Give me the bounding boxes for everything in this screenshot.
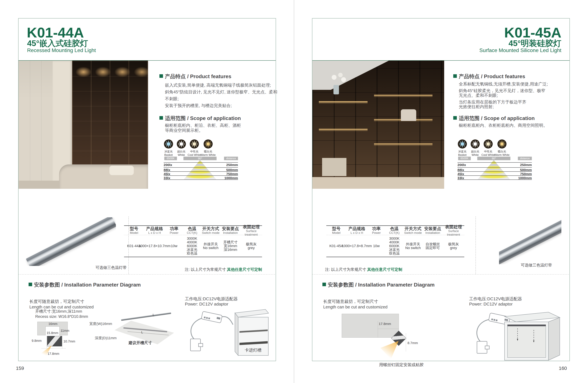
feature-line: 安装于预开的槽里, 与槽边完美贴合;: [165, 102, 279, 109]
beam-distance-chart: 冰蓝光Basket 超白光White 中性光Cool White 暖白光Warm…: [453, 139, 538, 181]
distance-value: 1000mm: [218, 176, 238, 180]
table-divider-dashed: [476, 216, 476, 274]
lux-value: 200lx: [164, 163, 172, 167]
dim-9-8mm: 9.8mm: [32, 339, 42, 343]
distance-value: 750mm: [218, 172, 238, 176]
distance-value: 1000mm: [512, 176, 532, 180]
length-label-top: L: [153, 313, 155, 317]
feature-line: 全系标配无氧铜线,无须开槽,安装便捷,用途广泛;: [459, 82, 572, 86]
dim-16mm: 16mm: [47, 322, 59, 326]
section-separator: [19, 274, 275, 274]
dim-17-8mm: 17.8mm: [48, 352, 59, 356]
spec-table-header-row: 型号Model 产品规格L x D x H 功率Power 色温CCT(K) 开…: [124, 226, 262, 235]
page-title-model: K01-45A: [426, 25, 561, 40]
lux-value: 88lx: [164, 168, 170, 172]
spec-table: 型号Model 产品规格L x D x H 功率Power 色温CCT(K) 开…: [326, 225, 464, 257]
page-subtitle-en: Recessed Mounting Led Light: [27, 48, 96, 53]
photo-led-glow: [319, 101, 368, 104]
page-subtitle-cn: 45°嵌入式硅胶灯: [27, 39, 88, 47]
cabinet-slot-label: 卡进灯槽: [245, 348, 262, 352]
profile-render: [25, 217, 116, 266]
beam-distance-chart: 冰蓝光Basket 超白光White 中性光Cool White 暖白光Warm…: [159, 139, 244, 181]
page-subtitle-cn: 45°明装硅胶灯: [426, 39, 561, 47]
profile-caption: 可选做三色温灯带: [87, 265, 135, 270]
beam-cone: [184, 160, 217, 180]
spec-table: 型号Model 产品规格L x D x H 功率Power 色温CCT(K) 开…: [124, 225, 262, 257]
scope-title: 适用范围 / Scope of application: [165, 115, 241, 122]
cut-note-en: Length can be cut and customized: [323, 305, 387, 309]
light-icon-label: 暖白光Warm White: [493, 150, 511, 157]
product-photo-wardrobe: [19, 61, 148, 189]
features-bullet: [159, 74, 163, 78]
photo-pillow: [109, 166, 134, 175]
photo-led-glow: [374, 143, 433, 146]
power-label-cn: 工作电压:DC12V电源适配器: [469, 296, 522, 302]
distance-value: 250mm: [218, 163, 238, 167]
product-photo-closet: [312, 61, 444, 189]
beam-cone: [477, 160, 510, 180]
spec-table-header-row: 型号Model 产品规格L x D x H 功率Power 色温CCT(K) 开…: [326, 226, 464, 235]
feature-line: 嵌入式安装,简单便捷, 高端无氧铜端子线极简灰铝面处理;: [165, 82, 279, 89]
angle-bar: 90⁰: [184, 157, 217, 160]
scope-bullet: [159, 116, 163, 120]
light-icon-label: 暖白光Warm White: [199, 150, 217, 157]
photo-vase: [334, 85, 339, 94]
features-list: 嵌入式安装,简单便捷, 高端无氧铜端子线极简灰铝面处理; 斜角45°防炫目设计,…: [165, 82, 279, 109]
install-title: 安装参数图 / Installation Parameter Diagram: [34, 281, 141, 288]
page-title-model: K01-44A: [27, 25, 84, 40]
distance-value: 750mm: [512, 172, 532, 176]
recess-cross-section-diagram: 16mm 11mm 15.8mm 9.8mm 10.7mm 17.8mm: [32, 318, 77, 357]
kelvin-bar: 6500K: [458, 157, 471, 160]
light-icon-ice-blue: [458, 139, 467, 149]
profile-caption: 可选做三色温灯带: [512, 263, 561, 268]
screw-mount-label: 用螺丝钉固定安装或粘胶: [379, 362, 424, 367]
lux-value: 200lx: [458, 163, 466, 167]
page-number: 160: [559, 365, 567, 371]
photo-downlights-glow: [72, 65, 148, 85]
photo-bed: [59, 164, 148, 189]
photo-led-glow: [374, 95, 433, 97]
page-subtitle-en: Surface Mounted Silicone Led Light: [426, 48, 561, 53]
light-icon-white: [471, 139, 480, 149]
lux-value: 33lx: [164, 176, 170, 180]
features-list: 全系标配无氧铜线,无须开槽,安装便捷,用途广泛; 斜角45°硅胶柔光，见光不见灯…: [459, 82, 572, 111]
groove-width-label: 宽度(W)16mm: [89, 321, 110, 326]
photo-handbag: [401, 109, 416, 121]
scope-title: 适用范围 / Scope of application: [459, 115, 535, 122]
adapter-cabinet-diagram: [464, 306, 561, 365]
distance-value: 500mm: [218, 168, 238, 172]
photo-boxes: [322, 158, 346, 176]
distance-bar: distance: [224, 157, 238, 160]
photo-floor: [19, 181, 59, 189]
lux-value: 88lx: [458, 168, 464, 172]
power-label-en: Power: DC12V adaptor: [185, 302, 228, 307]
features-bullet: [453, 74, 457, 78]
customization-note: 注: 以上尺寸为常规尺寸 其他任意尺寸可定制: [165, 267, 262, 272]
adapter-cabinet-diagram: 卡进灯槽: [178, 306, 269, 361]
lux-value: 45lx: [164, 172, 170, 176]
light-icon-white: [177, 139, 186, 149]
spec-table-data-row: K01-45A 1000×17.8×8.7mm 10w 3000K 4000K …: [326, 235, 464, 257]
section-separator: [312, 274, 569, 274]
photo-floor: [312, 177, 444, 189]
dim-10-7mm: 10.7mm: [63, 340, 75, 343]
dim-8-7mm: 8.7mm: [407, 341, 418, 345]
scope-bullet: [453, 116, 457, 120]
lux-value: 45lx: [458, 172, 464, 176]
distance-value: 500mm: [512, 168, 532, 172]
distance-bar: distance: [518, 157, 532, 160]
dim-17-8mm: 17.8mm: [379, 322, 391, 326]
features-title: 产品特点 / Product features: [165, 73, 231, 80]
light-icon-cool-white: [483, 139, 493, 149]
power-label-cn: 工作电压:DC12V电源适配器: [185, 296, 238, 302]
photo-led-glow: [319, 129, 368, 131]
spec-table-data-row: K01-44A 1000×17.8×10.7mm 10w 3000K 4000K…: [124, 235, 262, 257]
surface-mount-diagram: 17.8mm 8.7mm 用螺丝钉固定安装或粘胶: [342, 314, 436, 367]
length-label-inner: L: [141, 330, 143, 334]
recess-size-cn: 开槽尺寸:宽16mm,深11mm: [35, 309, 82, 314]
groove-depth-label: 深度(D)11mm: [95, 336, 117, 341]
feature-line: 斜角45°防炫目设计, 见光不见灯, 迷你型极窄、无光点、柔和不刺眼;: [165, 89, 279, 102]
light-icon-cool-white: [190, 139, 199, 149]
angle-bar: 90⁰: [477, 157, 510, 160]
dim-11mm: 11mm: [61, 329, 69, 333]
